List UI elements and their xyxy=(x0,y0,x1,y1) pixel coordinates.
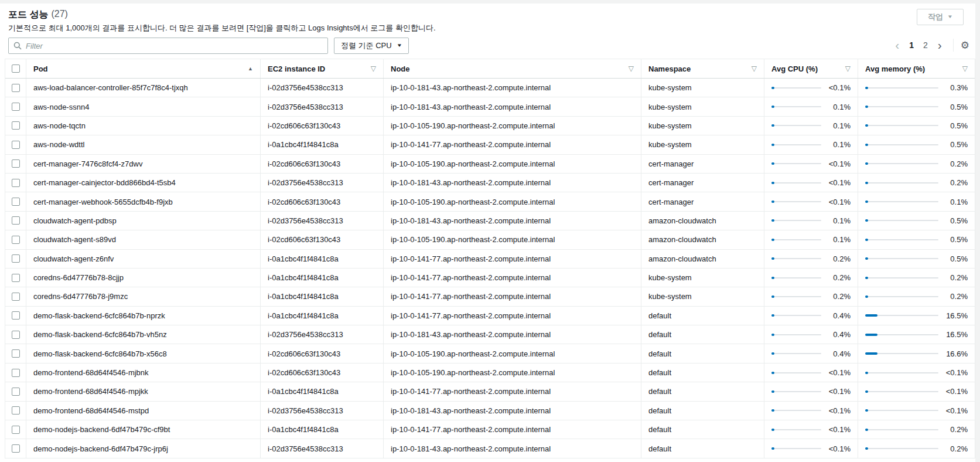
sort-toggle-icon[interactable]: ▽ xyxy=(371,64,376,73)
cpu-value: 0.1% xyxy=(827,216,851,225)
table-row: demo-flask-backend-6cfc864b7b-vh5nz i-02… xyxy=(5,325,975,344)
cpu-bar-fill xyxy=(771,182,774,184)
ec2-instance-id: i-0a1cbc4f1f4841c8a xyxy=(261,420,384,439)
cpu-bar-track xyxy=(771,391,821,392)
column-header-avg-memory[interactable]: Avg memory (%) ▽ xyxy=(858,59,975,78)
table-row: demo-frontend-68d64f4546-mjbnk i-02cd606… xyxy=(5,364,975,382)
node-name: ip-10-0-141-77.ap-northeast-2.compute.in… xyxy=(384,382,641,400)
memory-value: 0.2% xyxy=(944,273,968,282)
settings-gear-icon[interactable]: ⚙ xyxy=(961,40,969,50)
table-row: aws-node-ssnn4 i-02d3756e4538cc313 ip-10… xyxy=(5,97,975,116)
column-header-node[interactable]: Node ▽ xyxy=(384,59,641,78)
ec2-instance-id: i-0a1cbc4f1f4841c8a xyxy=(261,307,384,325)
pod-name: demo-flask-backend-6cfc864b7b-nprzk xyxy=(26,307,261,325)
row-checkbox[interactable] xyxy=(12,198,20,206)
cpu-usage-bar xyxy=(771,314,821,317)
memory-value: 0.5% xyxy=(944,103,968,111)
row-checkbox[interactable] xyxy=(12,141,20,149)
row-checkbox[interactable] xyxy=(12,254,20,263)
select-all-checkbox[interactable] xyxy=(12,64,20,73)
row-checkbox[interactable] xyxy=(12,331,20,339)
row-checkbox[interactable] xyxy=(12,349,20,358)
pagination-prev[interactable]: ‹ xyxy=(890,39,904,52)
column-header-avg-cpu[interactable]: Avg CPU (%) ▽ xyxy=(764,59,858,78)
pagination-page-1[interactable]: 1 xyxy=(904,40,918,50)
table-row: cloudwatch-agent-s89vd i-02cd606c63f130c… xyxy=(5,230,975,249)
cpu-bar-fill xyxy=(771,106,774,108)
memory-bar-fill xyxy=(865,409,868,412)
ec2-instance-id: i-02d3756e4538cc313 xyxy=(261,174,384,192)
pagination-divider xyxy=(953,39,954,52)
row-checkbox[interactable] xyxy=(12,388,20,396)
ec2-instance-id: i-0a1cbc4f1f4841c8a xyxy=(261,269,384,287)
memory-usage-bar xyxy=(865,124,938,127)
namespace: default xyxy=(641,439,764,457)
filter-input[interactable] xyxy=(26,42,323,50)
sort-by-dropdown[interactable]: 정렬 기준 CPU ▼ xyxy=(334,38,409,54)
memory-usage-bar xyxy=(865,314,938,317)
namespace: kube-system xyxy=(641,135,764,154)
pod-name: cert-manager-cainjector-bdd866bd4-t5sb4 xyxy=(26,174,261,192)
pagination-page-2[interactable]: 2 xyxy=(918,40,933,50)
row-checkbox[interactable] xyxy=(12,236,20,244)
sort-toggle-icon[interactable]: ▽ xyxy=(962,64,968,73)
cpu-bar-track xyxy=(771,201,821,202)
cpu-value: <0.1% xyxy=(827,406,851,415)
actions-button[interactable]: 작업 ▼ xyxy=(917,9,964,25)
row-checkbox[interactable] xyxy=(12,121,20,130)
ec2-instance-id: i-02cd606c63f130c43 xyxy=(261,230,384,249)
pod-name: aws-node-wdttl xyxy=(26,135,261,154)
sort-toggle-icon[interactable]: ▽ xyxy=(752,64,757,73)
row-checkbox[interactable] xyxy=(12,369,20,377)
memory-bar-fill xyxy=(865,447,868,450)
namespace: default xyxy=(641,307,764,325)
memory-usage-bar xyxy=(865,409,938,412)
cpu-bar-fill xyxy=(771,239,774,241)
pagination-next[interactable]: › xyxy=(933,39,947,52)
result-count: (27) xyxy=(51,9,67,19)
cpu-bar-track xyxy=(771,448,821,449)
row-checkbox[interactable] xyxy=(12,179,20,187)
row-checkbox[interactable] xyxy=(12,444,20,453)
memory-usage-bar xyxy=(865,238,938,242)
row-checkbox[interactable] xyxy=(12,406,20,415)
node-name: ip-10-0-141-77.ap-northeast-2.compute.in… xyxy=(384,307,641,325)
column-header-ec2-instance-id[interactable]: EC2 instance ID ▽ xyxy=(261,59,384,78)
memory-value: 0.5% xyxy=(944,235,968,244)
table-row: demo-flask-backend-6cfc864b7b-nprzk i-0a… xyxy=(5,307,975,325)
memory-usage-bar xyxy=(865,371,938,375)
cpu-usage-bar xyxy=(771,428,821,432)
row-checkbox[interactable] xyxy=(12,274,20,282)
memory-value: <0.1% xyxy=(944,368,968,377)
memory-bar-fill xyxy=(865,182,868,184)
memory-bar-fill xyxy=(865,106,868,108)
cpu-value: <0.1% xyxy=(827,444,851,453)
cpu-bar-fill xyxy=(771,390,774,393)
row-checkbox[interactable] xyxy=(12,426,20,434)
row-checkbox[interactable] xyxy=(12,103,20,111)
memory-bar-track xyxy=(865,410,938,411)
row-checkbox[interactable] xyxy=(12,84,20,92)
row-checkbox[interactable] xyxy=(12,216,20,225)
namespace: default xyxy=(641,420,764,439)
ec2-instance-id: i-02cd606c63f130c43 xyxy=(261,344,384,362)
memory-usage-bar xyxy=(865,276,938,280)
cpu-bar-track xyxy=(771,258,821,259)
column-header-pod[interactable]: Pod ▲ xyxy=(26,59,261,78)
memory-value: 0.2% xyxy=(944,178,968,187)
sort-toggle-icon[interactable]: ▽ xyxy=(845,64,851,73)
row-checkbox[interactable] xyxy=(12,159,20,168)
column-header-namespace[interactable]: Namespace ▽ xyxy=(641,59,764,78)
memory-bar-track xyxy=(865,372,938,373)
namespace: cert-manager xyxy=(641,155,764,173)
row-checkbox[interactable] xyxy=(12,293,20,301)
row-checkbox[interactable] xyxy=(12,311,20,320)
memory-usage-bar xyxy=(865,352,938,355)
cpu-bar-fill xyxy=(771,409,774,412)
memory-bar-fill xyxy=(865,201,868,203)
cpu-value: 0.1% xyxy=(827,140,851,149)
sort-toggle-icon[interactable]: ▽ xyxy=(629,64,634,73)
cpu-bar-track xyxy=(771,315,821,316)
cpu-value: 0.4% xyxy=(827,330,851,339)
pod-name: coredns-6d47776b78-j9mzc xyxy=(26,287,261,305)
